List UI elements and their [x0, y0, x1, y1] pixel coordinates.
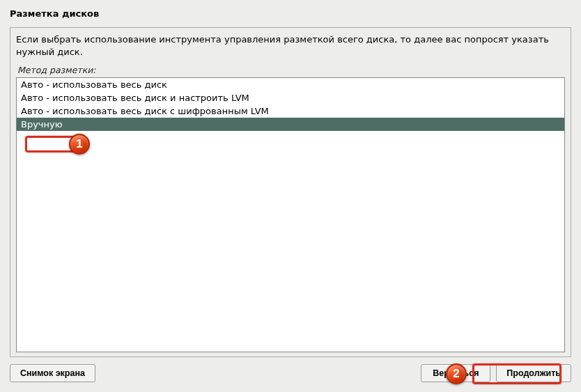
list-item[interactable]: Авто - использовать весь диск с шифрован…	[17, 104, 564, 118]
list-item[interactable]: Авто - использовать весь диск	[17, 78, 564, 91]
marker-2: 2	[446, 363, 467, 384]
method-label: Метод разметки:	[16, 65, 565, 77]
button-row: Снимок экрана Вернуться Продолжить	[10, 357, 571, 382]
continue-button[interactable]: Продолжить	[496, 364, 571, 382]
screenshot-button[interactable]: Снимок экрана	[10, 364, 95, 382]
right-buttons: Вернуться Продолжить	[421, 364, 571, 382]
partition-dialog: Разметка дисков Если выбрать использован…	[0, 0, 581, 392]
marker-1: 1	[69, 134, 90, 155]
list-item-manual[interactable]: Вручную	[17, 118, 564, 131]
instruction-text: Если выбрать использование инструмента у…	[16, 32, 565, 65]
partition-method-listbox[interactable]: Авто - использовать весь диск Авто - исп…	[16, 77, 565, 352]
list-item[interactable]: Авто - использовать весь диск и настроит…	[17, 91, 564, 104]
content-frame: Если выбрать использование инструмента у…	[10, 27, 571, 357]
dialog-title: Разметка дисков	[10, 6, 571, 27]
